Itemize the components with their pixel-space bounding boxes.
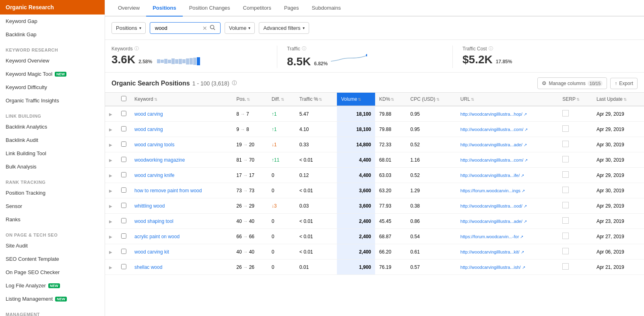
search-icon[interactable]: [208, 25, 217, 31]
clear-search-icon[interactable]: ✕: [202, 25, 208, 31]
keyword-link[interactable]: wood carving: [134, 127, 163, 132]
sidebar-item-link-building-tool[interactable]: Link Building Tool: [0, 147, 105, 160]
external-link-icon[interactable]: ↗: [524, 143, 527, 147]
row-checkbox[interactable]: [121, 157, 126, 162]
serp-icon[interactable]: [562, 263, 569, 270]
serp-icon[interactable]: [562, 156, 569, 162]
serp-cell[interactable]: [558, 106, 592, 122]
url-link[interactable]: http://woodcarvingilllustra...kit/: [460, 249, 520, 254]
serp-icon[interactable]: [562, 125, 569, 132]
external-link-icon[interactable]: ↗: [522, 189, 525, 193]
external-link-icon[interactable]: ↗: [520, 235, 523, 239]
advanced-filters-button[interactable]: Advanced filters ▾: [259, 22, 309, 34]
tab-positions[interactable]: Positions: [146, 0, 183, 17]
tab-pages[interactable]: Pages: [278, 0, 305, 17]
serp-cell[interactable]: [558, 260, 592, 275]
url-link[interactable]: http://woodcarvingilllustra...com/: [460, 127, 524, 132]
col-header-checkbox[interactable]: [117, 93, 130, 106]
col-header-pos[interactable]: Pos.⇅: [232, 93, 267, 106]
serp-cell[interactable]: [558, 198, 592, 214]
col-header-expand[interactable]: [105, 93, 117, 106]
sidebar-item-keyword-difficulty[interactable]: Keyword Difficulty: [0, 81, 105, 94]
url-link[interactable]: http://woodcarvingilllustra...ade/: [460, 219, 522, 224]
serp-cell[interactable]: [558, 152, 592, 168]
sidebar-item-seo-content-template[interactable]: SEO Content Template: [0, 252, 105, 266]
keyword-link[interactable]: woodworking magazine: [134, 157, 185, 163]
serp-icon[interactable]: [562, 233, 569, 239]
sidebar-item-sensor[interactable]: Sensor: [0, 200, 105, 213]
sidebar-item-listing-management[interactable]: Listing ManagementNEW: [0, 292, 105, 306]
keyword-link[interactable]: wood carving knife: [134, 173, 174, 178]
col-header-keyword[interactable]: Keyword⇅: [130, 93, 232, 106]
row-checkbox[interactable]: [121, 249, 126, 254]
row-checkbox[interactable]: [121, 203, 126, 208]
tab-subdomains[interactable]: Subdomains: [305, 0, 347, 17]
serp-cell[interactable]: [558, 168, 592, 183]
sidebar-item-backlink-gap[interactable]: Backlink Gap: [0, 28, 105, 41]
serp-icon[interactable]: [562, 110, 569, 116]
tab-position-changes[interactable]: Position Changes: [183, 0, 237, 17]
external-link-icon[interactable]: ↗: [524, 158, 528, 162]
expand-row-button[interactable]: ▶: [109, 127, 112, 132]
expand-row-button[interactable]: ▶: [109, 235, 112, 239]
url-link[interactable]: https://forum.woodcarvin...ings: [460, 188, 520, 193]
serp-icon[interactable]: [562, 187, 569, 193]
url-link[interactable]: http://woodcarvingilllustra...hop/: [460, 112, 522, 116]
sidebar-item-position-tracking[interactable]: Position Tracking: [0, 186, 105, 200]
sidebar-item-backlink-audit[interactable]: Backlink Audit: [0, 133, 105, 147]
keyword-link[interactable]: shellac wood: [134, 264, 162, 270]
expand-row-button[interactable]: ▶: [109, 189, 112, 193]
serp-cell[interactable]: [558, 244, 592, 260]
serp-icon[interactable]: [562, 217, 569, 224]
col-header-volume[interactable]: Volume⇅: [337, 93, 375, 106]
positions-dropdown[interactable]: Positions ▾: [111, 22, 146, 34]
col-header-last_update[interactable]: Last Update⇅: [592, 93, 644, 106]
keyword-link[interactable]: wood carving: [134, 111, 163, 117]
external-link-icon[interactable]: ↗: [524, 112, 527, 116]
serp-cell[interactable]: [558, 214, 592, 229]
row-checkbox[interactable]: [121, 218, 126, 223]
sidebar-item-keyword-overview[interactable]: Keyword Overview: [0, 54, 105, 67]
keyword-link[interactable]: how to remove paint from wood: [134, 188, 202, 193]
expand-row-button[interactable]: ▶: [109, 265, 112, 270]
sidebar-item-bulk-analysis[interactable]: Bulk Analysis: [0, 160, 105, 173]
url-link[interactable]: http://woodcarvingilllustra...ish/: [460, 265, 521, 270]
tab-overview[interactable]: Overview: [111, 0, 146, 17]
col-header-url[interactable]: URL⇅: [456, 93, 558, 106]
external-link-icon[interactable]: ↗: [524, 127, 528, 132]
manage-columns-button[interactable]: ⚙ Manage columns 10/15: [537, 77, 607, 89]
serp-cell[interactable]: [558, 122, 592, 137]
serp-icon[interactable]: [562, 141, 569, 147]
serp-cell[interactable]: [558, 183, 592, 198]
sidebar-item-backlink-analytics[interactable]: Backlink Analytics: [0, 120, 105, 133]
expand-row-button[interactable]: ▶: [109, 219, 112, 224]
expand-row-button[interactable]: ▶: [109, 250, 112, 254]
expand-row-button[interactable]: ▶: [109, 112, 112, 116]
row-checkbox[interactable]: [121, 264, 126, 269]
row-checkbox[interactable]: [121, 111, 126, 116]
url-link[interactable]: https://forum.woodcarvin...-for: [460, 234, 519, 239]
sidebar-item-keyword-magic-tool[interactable]: Keyword Magic ToolNEW: [0, 67, 105, 81]
sidebar-active-item[interactable]: Organic Research: [0, 0, 105, 15]
col-header-cpc[interactable]: CPC (USD)⇅: [407, 93, 456, 106]
expand-row-button[interactable]: ▶: [109, 158, 112, 162]
col-header-kd[interactable]: KD%⇅: [375, 93, 406, 106]
serp-icon[interactable]: [562, 202, 569, 208]
tab-competitors[interactable]: Competitors: [237, 0, 278, 17]
url-link[interactable]: http://woodcarvingilllustra...ood/: [460, 204, 522, 208]
sidebar-item-log-file-analyzer[interactable]: Log File AnalyzerNEW: [0, 279, 105, 292]
serp-cell[interactable]: [558, 229, 592, 244]
row-checkbox[interactable]: [121, 233, 126, 239]
col-header-diff[interactable]: Diff.⇅: [268, 93, 295, 106]
keyword-link[interactable]: wood shaping tool: [134, 218, 173, 224]
sidebar-item-site-audit[interactable]: Site Audit: [0, 239, 105, 252]
url-link[interactable]: http://woodcarvingilllustra...ife/: [460, 173, 520, 178]
col-header-traffic_pct[interactable]: Traffic %⇅: [295, 93, 337, 106]
volume-dropdown[interactable]: Volume ▾: [225, 22, 255, 34]
sidebar-item-on-page-seo-checker[interactable]: On Page SEO Checker: [0, 266, 105, 279]
serp-icon[interactable]: [562, 248, 569, 254]
serp-icon[interactable]: [562, 171, 569, 178]
external-link-icon[interactable]: ↗: [521, 173, 524, 178]
external-link-icon[interactable]: ↗: [524, 219, 527, 224]
external-link-icon[interactable]: ↗: [522, 265, 525, 270]
